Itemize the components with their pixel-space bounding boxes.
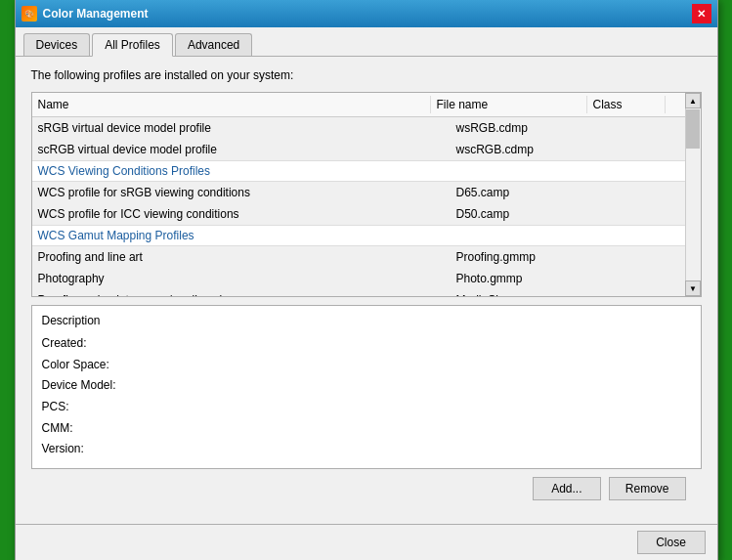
row-name: scRGB virtual device model profile: [32, 141, 451, 158]
tab-devices[interactable]: Devices: [23, 33, 91, 56]
detail-created: Created:: [42, 333, 691, 355]
col-header-filename: File name: [431, 96, 587, 113]
row-name: WCS profile for sRGB viewing conditions: [32, 184, 451, 201]
table-header: Name File name Class: [32, 93, 685, 117]
details-box: Description Created: Color Space: Device…: [31, 305, 702, 469]
tab-content: The following profiles are installed on …: [16, 57, 717, 524]
row-class: [607, 248, 685, 266]
row-class: [607, 184, 685, 201]
action-buttons: Add... Remove: [31, 469, 702, 512]
tab-all-profiles[interactable]: All Profiles: [92, 33, 173, 57]
table-row[interactable]: Photography Photo.gmmp: [32, 268, 685, 289]
row-name: Proofing - simulate paper/media color: [32, 291, 451, 296]
viewing-conditions-header: WCS Viewing Conditions Profiles: [32, 161, 685, 181]
table-body[interactable]: sRGB virtual device model profile wsRGB.…: [32, 117, 685, 296]
detail-colorspace: Color Space:: [42, 355, 691, 376]
table-row[interactable]: WCS profile for ICC viewing conditions D…: [32, 203, 685, 225]
tabs-bar: Devices All Profiles Advanced: [16, 27, 717, 57]
scroll-track[interactable]: [686, 109, 700, 280]
close-icon: ✕: [697, 8, 706, 21]
row-filename: D65.camp: [451, 184, 607, 201]
table-row[interactable]: Proofing and line art Proofing.gmmp: [32, 246, 685, 268]
col-header-name: Name: [32, 96, 431, 113]
remove-button[interactable]: Remove: [609, 477, 686, 500]
row-name: WCS profile for ICC viewing conditions: [32, 205, 451, 223]
detail-devicemodel: Device Model:: [42, 375, 691, 397]
title-bar-left: 🎨 Color Management: [22, 6, 149, 22]
window-close-button[interactable]: ✕: [692, 4, 711, 23]
profiles-table-container: Name File name Class sRGB virtual device…: [31, 92, 702, 297]
row-name: sRGB virtual device model profile: [32, 119, 451, 137]
row-name: Photography: [32, 270, 451, 287]
row-class: [607, 205, 685, 223]
table-row[interactable]: sRGB virtual device model profile wsRGB.…: [32, 117, 685, 139]
table-row[interactable]: Proofing - simulate paper/media color Me…: [32, 289, 685, 296]
description-text: The following profiles are installed on …: [31, 68, 702, 82]
row-class: [607, 270, 685, 287]
scrollbar[interactable]: ▲ ▼: [685, 93, 701, 296]
row-filename: Proofing.gmmp: [451, 248, 607, 266]
detail-version: Version:: [42, 439, 691, 460]
row-class: [607, 141, 685, 158]
gamut-mapping-header: WCS Gamut Mapping Profiles: [32, 226, 685, 245]
row-filename: Photo.gmmp: [451, 270, 607, 287]
down-arrow-icon: ▼: [689, 284, 697, 293]
row-class: [607, 291, 685, 296]
col-header-class: Class: [587, 96, 666, 113]
row-name: Proofing and line art: [32, 248, 451, 266]
detail-cmm: CMM:: [42, 418, 691, 440]
row-class: [607, 119, 685, 137]
window-title: Color Management: [43, 7, 149, 21]
scroll-up-button[interactable]: ▲: [685, 93, 701, 108]
table-row[interactable]: WCS profile for sRGB viewing conditions …: [32, 182, 685, 203]
row-filename: wsRGB.cdmp: [451, 119, 607, 137]
scroll-down-button[interactable]: ▼: [685, 280, 701, 296]
title-bar: 🎨 Color Management ✕: [16, 0, 717, 27]
window-footer: Close: [16, 524, 717, 560]
row-filename: wscRGB.cdmp: [451, 141, 607, 158]
row-filename: D50.camp: [451, 205, 607, 223]
detail-pcs: PCS:: [42, 397, 691, 418]
app-icon: 🎨: [22, 6, 37, 22]
close-button[interactable]: Close: [637, 531, 706, 554]
details-title: Description: [42, 314, 691, 327]
table-row[interactable]: scRGB virtual device model profile wscRG…: [32, 139, 685, 160]
table-inner: Name File name Class sRGB virtual device…: [32, 93, 685, 296]
color-management-window: 🎨 Color Management ✕ Devices All Profile…: [15, 0, 718, 560]
scroll-thumb[interactable]: [686, 109, 700, 149]
up-arrow-icon: ▲: [689, 97, 697, 106]
add-button[interactable]: Add...: [533, 477, 601, 500]
row-filename: MediaSim.gmmp: [451, 291, 607, 296]
tab-advanced[interactable]: Advanced: [175, 33, 252, 56]
